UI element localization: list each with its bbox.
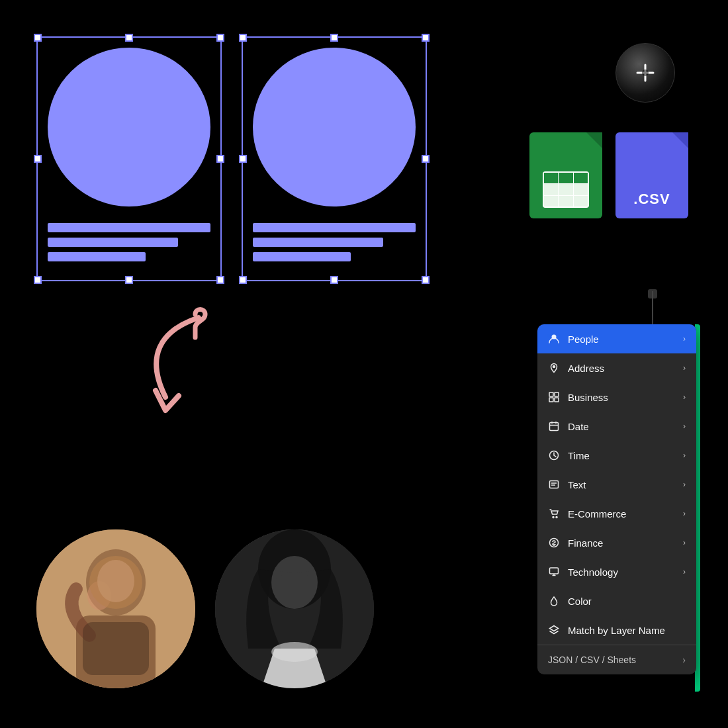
dropdown-item-ecommerce[interactable]: E-Commerce › [537,499,696,528]
handle-bl[interactable] [34,276,42,284]
circle-right [253,48,416,206]
layers-icon [548,624,560,636]
grid-cell [574,184,588,195]
grid-cell [559,196,572,206]
svg-rect-19 [555,398,559,402]
business-icon [548,391,560,403]
footer-chevron-icon: › [682,655,686,665]
line-row [48,238,178,247]
svg-rect-9 [83,622,149,675]
csv-file-icon[interactable]: .CSV [615,132,688,218]
business-label: Business [568,392,675,403]
dropdown-item-people[interactable]: People › [537,324,696,353]
photo-circle-1 [36,529,195,688]
person1-svg [36,529,195,688]
address-label: Address [568,363,675,374]
lines-left [48,223,210,267]
dropdown-footer-json[interactable]: JSON / CSV / Sheets › [537,645,696,674]
people-label: People [568,334,675,345]
chevron-icon: › [683,422,686,431]
svg-point-15 [553,366,555,368]
svg-rect-25 [550,481,559,488]
arrow-cursor-area [119,304,251,450]
svg-point-2 [642,69,649,76]
line-row [48,252,146,261]
handle-bc[interactable] [330,276,338,284]
finance-label: Finance [568,537,675,549]
svg-rect-31 [550,568,559,574]
location-icon [548,362,560,374]
file-icons-area: .CSV [529,132,688,218]
text-label: Text [568,479,675,490]
canvas-area [36,36,447,295]
ecommerce-label: E-Commerce [568,508,675,520]
grid-cell [544,173,558,183]
circle-left [48,48,210,206]
handle-tl[interactable] [34,34,42,42]
grid-cell [544,196,558,206]
svg-rect-17 [555,392,559,396]
dropdown-item-finance[interactable]: Finance › [537,528,696,557]
monitor-icon [548,566,560,578]
handle-ml[interactable] [34,155,42,163]
frame-right [242,36,427,281]
line-row [253,223,416,232]
dropdown-item-technology[interactable]: Technology › [537,557,696,586]
lines-right [253,223,416,267]
chevron-icon: › [683,538,686,547]
frame-left [36,36,222,281]
handle-tc[interactable] [125,34,133,42]
json-csv-sheets-label: JSON / CSV / Sheets [548,655,636,665]
grid-cell [559,173,572,183]
handle-br[interactable] [422,276,430,284]
grid-cell [544,184,558,195]
chevron-icon: › [683,392,686,402]
dropdown-item-text[interactable]: Text › [537,470,696,499]
plugin-icon[interactable] [615,43,675,103]
sheets-grid [543,171,589,208]
handle-mr[interactable] [216,155,224,163]
svg-point-13 [271,642,318,662]
time-label: Time [568,450,675,461]
photo-circle-2 [215,529,374,688]
dropdown-item-address[interactable]: Address › [537,353,696,383]
chevron-icon: › [683,451,686,460]
sheets-file-icon[interactable] [529,132,602,218]
finance-icon [548,537,560,549]
line-row [48,223,210,232]
date-label: Date [568,421,675,432]
svg-point-8 [97,560,134,602]
chevron-icon: › [683,509,686,518]
dropdown-menu: People › Address › Business › Date › Tim… [537,324,696,674]
drop-icon [548,595,560,607]
handle-ml[interactable] [239,155,247,163]
arrow-cursor-svg [119,304,251,450]
color-label: Color [568,596,686,607]
technology-label: Technology [568,567,675,578]
handle-bc[interactable] [125,276,133,284]
line-row [253,238,383,247]
chevron-icon: › [683,567,686,576]
handle-bl[interactable] [239,276,247,284]
dropdown-item-date[interactable]: Date › [537,412,696,441]
chevron-icon: › [683,363,686,373]
cart-icon [548,508,560,520]
handle-mr[interactable] [422,155,430,163]
dropdown-item-matchlayer[interactable]: Match by Layer Name [537,615,696,645]
text-icon [548,478,560,490]
svg-rect-20 [550,423,559,431]
handle-tc[interactable] [330,34,338,42]
csv-label: .CSV [633,191,670,208]
calendar-icon [548,420,560,432]
dropdown-item-time[interactable]: Time › [537,441,696,470]
svg-rect-18 [549,398,553,402]
handle-tr[interactable] [422,34,430,42]
svg-point-28 [553,517,554,518]
handle-br[interactable] [216,276,224,284]
handle-tr[interactable] [216,34,224,42]
clock-icon [548,449,560,461]
dropdown-item-color[interactable]: Color [537,586,696,615]
handle-tl[interactable] [239,34,247,42]
chevron-icon: › [683,480,686,489]
dropdown-item-business[interactable]: Business › [537,383,696,412]
